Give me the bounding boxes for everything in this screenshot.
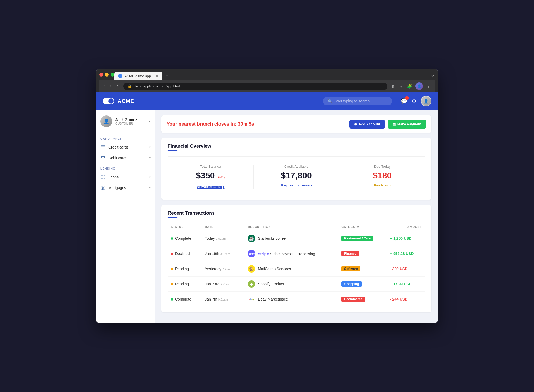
col-description: DESCRIPTION — [245, 223, 338, 231]
new-tab-button[interactable]: + — [163, 72, 171, 80]
logo-area: ACME — [103, 98, 134, 104]
date-cell: Jan 23rd2:7pm — [202, 277, 245, 292]
request-increase-link[interactable]: Request Increase › — [281, 183, 312, 187]
date-main: Jan 23rd — [205, 282, 219, 286]
description-text: MailChimp Services — [258, 267, 291, 271]
settings-button[interactable]: ⚙ — [412, 98, 417, 104]
status-cell: Pending — [168, 277, 202, 292]
table-row: PendingJan 23rd2:7pm◆Shopify productShop… — [168, 277, 425, 292]
browser-profile-avatar[interactable]: 👤 — [415, 82, 423, 90]
amount-cell: + 17.99 USD — [387, 277, 425, 292]
notification-badge: 7 — [405, 96, 409, 100]
refresh-button[interactable]: ↻ — [115, 83, 121, 90]
table-row: CompleteToday1:52am☕Starbucks coffeeRest… — [168, 231, 425, 246]
sidebar-user-name: Jack Gomez — [115, 118, 146, 122]
sidebar-item-loans[interactable]: Loans ▾ — [96, 172, 155, 182]
svg-rect-0 — [101, 146, 105, 149]
debit-cards-icon — [100, 155, 106, 161]
table-header-row: STATUS DATE DESCRIPTION CATEGORY AMOUNT — [168, 223, 425, 231]
share-button[interactable]: ⬆ — [390, 83, 396, 90]
make-payment-icon: ⬒ — [392, 122, 396, 126]
status-text: Complete — [175, 236, 191, 241]
user-section-chevron[interactable]: ▾ — [149, 119, 151, 123]
category-cell: Ecommerce — [338, 292, 387, 307]
make-payment-button[interactable]: ⬒ Make Payment — [388, 120, 426, 129]
total-balance-badge: %7 ↓ — [218, 175, 225, 179]
extensions-button[interactable]: 🧩 — [406, 83, 413, 90]
date-cell: Jan 19th3:22pm — [202, 246, 245, 261]
amount-value: + 17.99 USD — [390, 282, 412, 286]
nav-actions: ⬆ ☆ 🧩 👤 ⋮ — [390, 82, 431, 90]
debit-cards-chevron: ▾ — [149, 156, 151, 160]
credit-available-label: Credit Available — [259, 165, 334, 169]
alert-banner: Your nearest branch closes in: 30m 5s ⊕ … — [161, 115, 431, 133]
user-avatar-header[interactable]: 👤 — [421, 96, 431, 106]
close-button[interactable] — [99, 73, 103, 77]
notifications-button[interactable]: 💬 7 — [401, 98, 407, 104]
credit-cards-label: Credit cards — [108, 145, 128, 149]
address-bar-container: ‹ › ↻ 🔒 demo.applitools.com/app.html ⬆ ☆… — [99, 80, 435, 92]
transactions-underline — [168, 217, 177, 218]
minimize-button[interactable] — [105, 73, 109, 77]
recent-transactions-card: Recent Transactions STATUS DATE DESCRIPT… — [161, 205, 431, 312]
lock-icon: 🔒 — [128, 84, 132, 88]
ebay-icon: ebay — [248, 295, 255, 303]
date-time: 1:52am — [216, 237, 226, 240]
description-text: Shopify product — [258, 282, 284, 286]
content-area: Your nearest branch closes in: 30m 5s ⊕ … — [155, 110, 438, 323]
forward-button[interactable]: › — [109, 83, 112, 90]
browser-menu-button[interactable]: ⋮ — [425, 83, 431, 90]
category-cell: Restaurant / Cafe — [338, 231, 387, 246]
tab-favicon — [118, 74, 122, 78]
status-indicator: Pending — [171, 282, 189, 286]
search-icon: 🔍 — [328, 99, 332, 103]
date-main: Jan 19th — [205, 251, 219, 256]
back-button[interactable]: ‹ — [103, 83, 106, 90]
alert-text: Your nearest branch closes in: 30m 5s — [167, 121, 254, 127]
due-today-value: $180 — [373, 171, 392, 180]
pay-now-link[interactable]: Pay Now › — [374, 183, 391, 187]
financial-stats: Total Balance $350 %7 ↓ View Statement › — [168, 162, 425, 194]
browser-window: ACME demo app ✕ + ⌄ ‹ › ↻ 🔒 demo.applito… — [96, 69, 438, 323]
table-row: CompleteJan 7th9:51amebayEbay Marketplac… — [168, 292, 425, 307]
status-indicator: Declined — [171, 251, 190, 256]
due-today-label: Due Today — [345, 165, 420, 169]
description-cell: ◆Shopify product — [245, 277, 338, 292]
bookmark-button[interactable]: ☆ — [398, 83, 404, 90]
sidebar-user-role: CUSTOMER — [115, 122, 146, 125]
status-indicator: Complete — [171, 297, 191, 301]
sidebar-item-credit-cards[interactable]: Credit cards ▾ — [96, 142, 155, 153]
amount-cell: + 952.23 USD — [387, 246, 425, 261]
category-badge: Software — [341, 266, 360, 271]
description-cell: ebayEbay Marketplace — [245, 292, 338, 307]
theme-toggle[interactable] — [103, 98, 114, 104]
sidebar-user-section: 👤 Jack Gomez CUSTOMER ▾ — [96, 115, 155, 133]
category-cell: Finance — [338, 246, 387, 261]
traffic-lights — [99, 73, 114, 77]
toggle-knob — [108, 98, 114, 104]
date-time: 9:51am — [218, 298, 228, 301]
app-name: ACME — [117, 98, 134, 104]
sidebar-item-debit-cards[interactable]: Debit cards ▾ — [96, 153, 155, 163]
active-tab[interactable]: ACME demo app ✕ — [114, 72, 162, 80]
tab-close-button[interactable]: ✕ — [155, 74, 159, 78]
status-dot — [171, 298, 173, 301]
category-badge: Finance — [341, 251, 359, 256]
search-bar[interactable]: 🔍 Start typing to search... — [323, 97, 392, 105]
category-cell: Shopping — [338, 277, 387, 292]
credit-cards-icon — [100, 145, 106, 150]
starbucks-icon: ☕ — [248, 235, 255, 242]
url-bar[interactable]: 🔒 demo.applitools.com/app.html — [123, 83, 387, 90]
date-time: 3:22pm — [220, 252, 230, 255]
maximize-button[interactable] — [111, 73, 114, 77]
credit-cards-chevron: ▾ — [149, 145, 151, 149]
user-info: Jack Gomez CUSTOMER — [115, 118, 146, 125]
total-balance-stat: Total Balance $350 %7 ↓ View Statement › — [168, 165, 254, 189]
sidebar-item-mortgages[interactable]: Mortgages ▾ — [96, 182, 155, 193]
date-cell: Today1:52am — [202, 231, 245, 246]
view-statement-link[interactable]: View Statement › — [197, 185, 224, 189]
mortgages-chevron: ▾ — [149, 186, 151, 190]
col-category: CATEGORY — [338, 223, 387, 231]
add-account-button[interactable]: ⊕ Add Account — [349, 120, 385, 129]
total-balance-label: Total Balance — [173, 165, 248, 169]
